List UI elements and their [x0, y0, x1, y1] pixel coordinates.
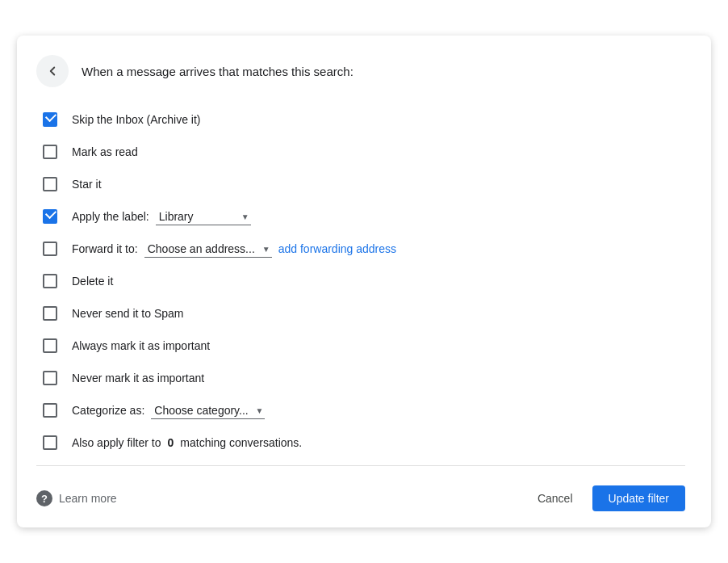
checkbox-always_important[interactable]	[43, 338, 57, 353]
option-label-categorize_as: Categorize as:Choose category...PrimaryS…	[72, 402, 265, 419]
learn-more-link[interactable]: Learn more	[59, 492, 117, 505]
checkbox-wrapper	[43, 338, 72, 353]
checkbox-skip_inbox[interactable]	[43, 112, 57, 127]
select-apply_label[interactable]: LibraryChoose label...	[156, 208, 251, 225]
option-label-skip_inbox: Skip the Inbox (Archive it)	[72, 113, 201, 126]
select-wrapper-categorize_as: Choose category...PrimarySocialPromotion…	[151, 402, 265, 419]
checkbox-wrapper	[43, 371, 72, 385]
select-wrapper-forward_it: Choose an address...	[144, 241, 272, 258]
option-row: Apply the label:LibraryChoose label...	[43, 200, 685, 233]
back-button[interactable]	[36, 55, 69, 87]
footer: ? Learn more Cancel Update filter	[36, 479, 685, 511]
checkbox-also_apply[interactable]	[43, 435, 57, 450]
option-row: Never mark it as important	[43, 362, 685, 394]
checkbox-star_it[interactable]	[43, 177, 57, 191]
footer-divider	[36, 465, 685, 466]
option-label-apply_label: Apply the label:LibraryChoose label...	[72, 208, 251, 225]
option-label-mark_as_read: Mark as read	[72, 145, 138, 158]
checkbox-never_important[interactable]	[43, 371, 57, 385]
checkbox-wrapper	[43, 242, 72, 256]
option-label-delete_it: Delete it	[72, 275, 113, 288]
option-row: Delete it	[43, 265, 685, 297]
checkbox-apply_label[interactable]	[43, 209, 57, 224]
checkbox-mark_as_read[interactable]	[43, 145, 57, 159]
select-categorize_as[interactable]: Choose category...PrimarySocialPromotion…	[151, 402, 265, 419]
option-row: Always mark it as important	[43, 330, 685, 362]
option-row: Skip the Inbox (Archive it)	[43, 103, 685, 136]
checkbox-wrapper	[43, 209, 72, 224]
action-buttons: Cancel Update filter	[525, 485, 685, 511]
add-forwarding-link[interactable]: add forwarding address	[278, 242, 396, 255]
option-row: Forward it to:Choose an address...add fo…	[43, 233, 685, 265]
back-arrow-icon	[45, 64, 60, 78]
checkbox-wrapper	[43, 112, 72, 127]
option-label-star_it: Star it	[72, 178, 102, 191]
option-label-never_spam: Never send it to Spam	[72, 307, 184, 320]
option-row: Categorize as:Choose category...PrimaryS…	[43, 394, 685, 426]
dialog-header: When a message arrives that matches this…	[36, 55, 685, 87]
checkbox-wrapper	[43, 306, 72, 321]
option-label-also_apply: Also apply filter to 0 matching conversa…	[72, 436, 302, 449]
checkbox-wrapper	[43, 403, 72, 418]
option-label-always_important: Always mark it as important	[72, 339, 210, 352]
help-section: ? Learn more	[36, 490, 117, 506]
dialog-description: When a message arrives that matches this…	[82, 65, 354, 78]
cancel-button[interactable]: Cancel	[525, 485, 586, 511]
select-wrapper-apply_label: LibraryChoose label...	[156, 208, 251, 225]
filter-dialog: When a message arrives that matches this…	[17, 36, 711, 527]
option-row: Star it	[43, 168, 685, 200]
checkbox-wrapper	[43, 435, 72, 450]
checkbox-forward_it[interactable]	[43, 242, 57, 256]
checkbox-categorize_as[interactable]	[43, 403, 57, 418]
checkbox-wrapper	[43, 177, 72, 191]
checkbox-delete_it[interactable]	[43, 274, 57, 288]
option-label-forward_it: Forward it to:Choose an address...add fo…	[72, 241, 396, 258]
checkbox-never_spam[interactable]	[43, 306, 57, 321]
option-row: Mark as read	[43, 136, 685, 168]
option-row: Never send it to Spam	[43, 297, 685, 330]
select-forward_it[interactable]: Choose an address...	[144, 241, 272, 258]
options-list: Skip the Inbox (Archive it)Mark as readS…	[43, 103, 685, 459]
option-label-never_important: Never mark it as important	[72, 372, 204, 384]
update-filter-button[interactable]: Update filter	[592, 485, 685, 511]
help-icon[interactable]: ?	[36, 490, 52, 506]
checkbox-wrapper	[43, 145, 72, 159]
checkbox-wrapper	[43, 274, 72, 288]
option-row: Also apply filter to 0 matching conversa…	[43, 426, 685, 459]
